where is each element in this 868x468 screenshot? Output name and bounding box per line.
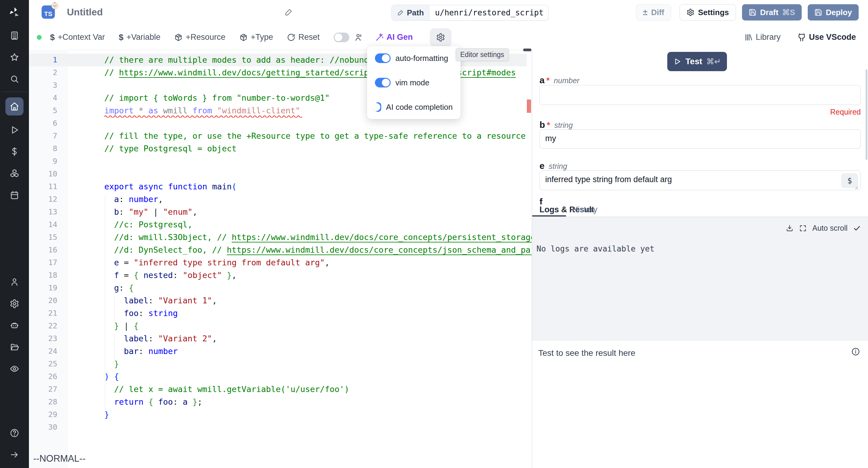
sidebar-item-workers[interactable] [0, 315, 29, 336]
reset-button[interactable]: Reset [287, 33, 320, 42]
sidebar-item-schedules[interactable] [0, 184, 29, 206]
code-line[interactable]: label: "Variant 2", [75, 332, 532, 345]
add-resource-button[interactable]: +Resource [174, 33, 225, 42]
multiplayer-users-icon [355, 33, 363, 41]
help-icon[interactable] [0, 422, 29, 444]
collapse-sidebar-icon[interactable] [0, 444, 29, 466]
add-type-button[interactable]: +Type [239, 33, 273, 42]
line-number: 23 [29, 332, 57, 345]
code-lines[interactable]: // there are multiple modes to add as he… [75, 54, 532, 434]
indent-guide [115, 334, 115, 359]
windmill-logo[interactable] [0, 0, 29, 25]
toggle-row-ai-completion[interactable]: AI code completion [375, 102, 453, 112]
tab-history[interactable]: History [572, 205, 597, 214]
code-line[interactable]: } [75, 408, 532, 421]
workspace-icon[interactable] [0, 25, 29, 47]
multiplayer-toggle[interactable] [334, 33, 349, 42]
code-line[interactable]: // type Postgresql = object [75, 142, 532, 155]
sidebar-item-variables[interactable] [0, 141, 29, 163]
ai-gen-button[interactable]: AI Gen [375, 33, 413, 42]
line-number: 14 [29, 218, 57, 231]
sidebar-item-home[interactable] [0, 94, 29, 119]
draft-shortcut: ⌘S [782, 8, 795, 17]
code-line[interactable]: export async function main( [75, 180, 532, 193]
sidebar-item-folders[interactable] [0, 336, 29, 358]
editor-scrollbar-thumb[interactable] [523, 49, 531, 51]
code-line[interactable]: //d: DynSelect_foo, // https://www.windm… [75, 244, 532, 256]
left-sidebar [0, 0, 29, 468]
library-button[interactable]: Library [744, 33, 781, 42]
code-line[interactable]: // import { toWords } from "number-to-wo… [75, 92, 532, 104]
code-line[interactable] [75, 421, 532, 434]
resize-handle[interactable] [854, 185, 858, 190]
panel-scrollbar-thumb[interactable] [866, 69, 867, 160]
field-input-b[interactable]: my [539, 129, 861, 149]
path-value[interactable]: u/henri/restored_script [430, 8, 549, 17]
code-line[interactable]: a: number, [75, 193, 532, 206]
code-line[interactable]: b: "my" | "enum", [75, 206, 532, 218]
code-line[interactable]: foo: string [75, 307, 532, 320]
plus-minus-icon: ± [643, 7, 647, 17]
vim-mode-toggle[interactable] [375, 78, 391, 87]
code-line[interactable] [75, 117, 532, 130]
code-line[interactable]: bar: number [75, 345, 532, 358]
sidebar-item-user[interactable] [0, 271, 29, 293]
code-line[interactable]: // https://www.windmill.dev/docs/getting… [75, 66, 532, 79]
add-variable-button[interactable]: $+Variable [119, 33, 160, 42]
line-number: 15 [29, 231, 57, 244]
code-line[interactable]: return { foo: a }; [75, 396, 532, 408]
draft-button[interactable]: Draft ⌘S [742, 4, 802, 21]
code-line[interactable]: e = "inferred type string from default a… [75, 256, 532, 269]
code-line[interactable]: g: { [75, 282, 532, 294]
edit-summary-pencil-icon[interactable] [284, 8, 293, 16]
vim-status: --NORMAL-- [33, 453, 86, 464]
code-line[interactable]: // let x = await wmill.getVariable('u/us… [75, 383, 532, 396]
line-number: 16 [29, 244, 57, 256]
path-field[interactable]: Path u/henri/restored_script [392, 5, 549, 21]
ai-code-completion-toggle[interactable] [375, 102, 381, 112]
code-line[interactable]: // fill the type, or use the +Resource t… [75, 130, 532, 142]
code-line[interactable] [75, 79, 532, 92]
field-input-a[interactable] [539, 85, 861, 105]
add-context-var-button[interactable]: $+Context Var [50, 33, 105, 42]
line-number: 19 [29, 282, 57, 294]
code-line[interactable]: label: "Variant 1", [75, 294, 532, 307]
sidebar-item-settings[interactable] [0, 293, 29, 315]
sidebar-item-runs[interactable] [0, 119, 29, 141]
code-line[interactable]: //d: wmill.S3Object, // https://www.wind… [75, 231, 532, 244]
download-logs-icon[interactable] [786, 224, 794, 232]
expand-logs-icon[interactable] [799, 224, 807, 232]
toggle-row-vim-mode[interactable]: vim mode [375, 78, 453, 87]
code-line[interactable]: } [75, 358, 532, 370]
result-area: Test to see the result here [532, 340, 868, 468]
diff-button[interactable]: ± Diff [636, 4, 671, 21]
info-icon[interactable] [851, 347, 860, 356]
use-vscode-button[interactable]: Use VScode [798, 33, 856, 42]
status-dot [37, 35, 41, 40]
code-line[interactable]: //c: Postgresql, [75, 218, 532, 231]
code-line[interactable]: } | { [75, 320, 532, 332]
line-number: 22 [29, 320, 57, 332]
line-number: 20 [29, 294, 57, 307]
toggle-row-auto-formatting[interactable]: auto-formatting [375, 53, 453, 63]
search-icon[interactable] [0, 68, 29, 90]
deploy-button[interactable]: Deploy [808, 4, 859, 21]
path-label-segment: Path [392, 5, 430, 20]
code-line[interactable]: ) { [75, 370, 532, 383]
auto-formatting-toggle[interactable] [375, 53, 391, 63]
code-line[interactable] [75, 168, 532, 180]
test-button[interactable]: Test ⌘↵ [667, 52, 727, 71]
field-input-e[interactable]: inferred type string from default arg [539, 170, 861, 190]
editor-settings-button[interactable] [430, 28, 452, 47]
refresh-icon [287, 33, 296, 41]
sidebar-item-resources[interactable] [0, 163, 29, 184]
code-line[interactable]: f = { nested: "object" }, [75, 269, 532, 282]
line-number: 21 [29, 307, 57, 320]
field-label-b: b* string [539, 120, 572, 130]
favorites-icon[interactable] [0, 47, 29, 68]
settings-button[interactable]: Settings [680, 4, 736, 21]
code-line[interactable] [75, 155, 532, 168]
line-number: 13 [29, 206, 57, 218]
sidebar-item-audit[interactable] [0, 358, 29, 380]
auto-scroll-label[interactable]: Auto scroll [812, 224, 847, 233]
